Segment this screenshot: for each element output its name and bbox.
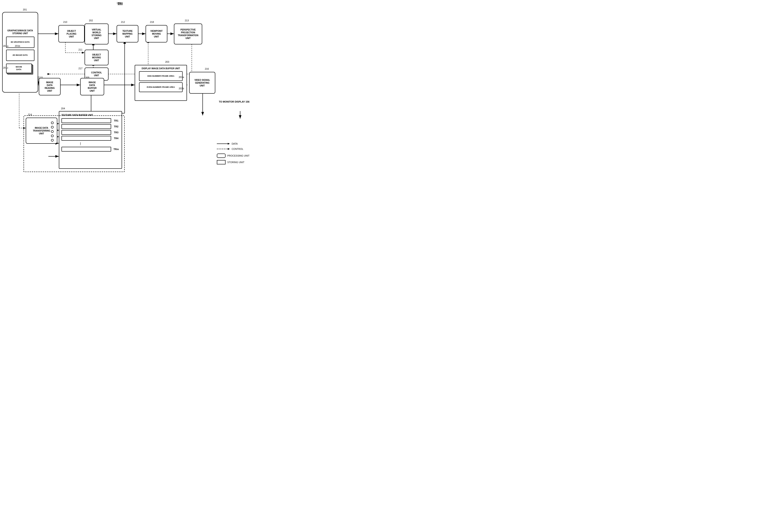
ref-215: 215 (39, 76, 43, 79)
ref-204: 204 (61, 107, 65, 110)
display-buffer-outer: DISPLAY IMAGE DATA BUFFER UNIT ODD-NUMBE… (135, 65, 187, 101)
connector-dot-3 (51, 130, 54, 133)
tr1-row: TR1 (61, 118, 119, 123)
legend-storing: STORING UNIT (217, 160, 250, 165)
object-placing-box: OBJECT PLACING UNIT (59, 25, 85, 43)
ref-213: 213 (185, 19, 189, 22)
svg-marker-44 (228, 148, 230, 150)
tr2-row: TR2 (61, 124, 119, 129)
connector-dot-2 (51, 126, 54, 129)
ref-203a: 203a (179, 76, 184, 78)
ref-211: 211 (78, 48, 82, 51)
trm-row: TRm (61, 147, 119, 152)
connector-dot-5 (51, 139, 54, 141)
svg-marker-42 (228, 143, 230, 145)
perspective-box: PERSPECTIVE PROJECTION TRANSFORMATION UN… (174, 23, 202, 44)
ref-100: 100 (117, 2, 121, 4)
video-signal-box: VIDEO SIGNAL GENERATING UNIT (189, 72, 215, 94)
image-reading-box: IMAGE DATA READING UNIT (39, 78, 60, 95)
ref-203b: 203b (179, 87, 184, 90)
ref-216: 216 (205, 67, 209, 70)
ref-201a: 201a (3, 45, 8, 47)
ref-217: 217 (78, 67, 82, 70)
ref-212: 212 (121, 21, 125, 23)
ref-214: 214 (28, 113, 32, 116)
legend-processing: PROCESSING UNIT (217, 154, 250, 158)
ref-218: 218 (150, 21, 154, 23)
legend-control: CONTROL (217, 147, 250, 150)
graphics-3d-box: 3D GRAPHICS DATA (6, 37, 34, 48)
graphics-2d-box: 2D IMAGE DATA (6, 50, 34, 61)
texture-buffer-outer: TEXTURE DATA BUFFER UNIT TR1 TR2 TR3 TR4… (59, 111, 122, 169)
even-frame-box: EVEN-NUMBER FRAME AREA (139, 82, 182, 92)
ref-202: 202 (89, 19, 93, 22)
viewpoint-moving-box: VIEWPOINT MOVING UNIT (145, 25, 167, 43)
ref-210: 210 (63, 21, 67, 23)
monitor-label: TO MONITOR DISPLAY 156 (219, 100, 250, 103)
odd-frame-box: ODD-NUMBER FRAME AREA (139, 71, 182, 81)
image-buffer-box: IMAGE DATA BUFFER UNIT (80, 78, 104, 95)
texture-mapping-box: TEXTURE MAPPING UNIT (117, 25, 139, 43)
graphics-store-box: GRAPHICS/IMAGE DATA STORING UNIT 3D GRAP… (2, 12, 38, 93)
connector-dot-4 (51, 134, 54, 137)
legend-data-line (217, 142, 230, 145)
tr3-row: TR3 (61, 130, 119, 135)
virtual-world-box: VIRTUAL WORLD STORING UNIT (85, 23, 108, 44)
legend-data: DATA (217, 142, 250, 145)
tr4-row: TR4 (61, 136, 119, 141)
ref-201b: 201b (15, 45, 20, 47)
ref-203: 203 (165, 60, 169, 63)
display-buffer-label: DISPLAY IMAGE DATA BUFFER UNIT (141, 67, 180, 70)
graphics-store-label: GRAPHICS/IMAGE DATA STORING UNIT (4, 29, 36, 35)
ref-201c: 201c (3, 66, 8, 69)
connector-dot-1 (51, 122, 54, 124)
legend-control-line (217, 147, 230, 150)
ref-201: 201 (23, 8, 27, 11)
movie-stack: MOVIEDATA (6, 63, 34, 76)
monitor-arrow (238, 111, 242, 120)
legend: DATA CONTROL PROCESSING UNIT STORING UNI… (217, 142, 250, 165)
object-moving-box: OBJECT MOVING UNIT (85, 50, 108, 65)
tr-dots: ⋮ (61, 142, 119, 146)
texture-buffer-label: TEXTURE DATA BUFFER UNIT (61, 114, 119, 117)
diagram: 100 (0, 0, 253, 177)
ref-205: 205 (85, 76, 89, 79)
